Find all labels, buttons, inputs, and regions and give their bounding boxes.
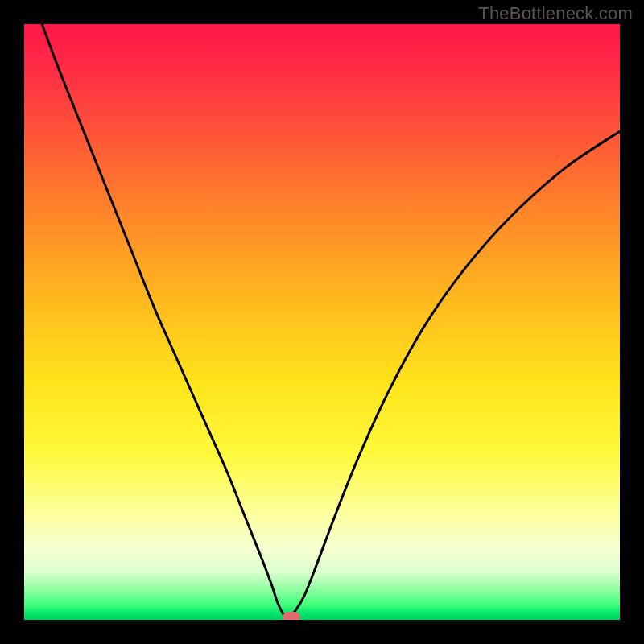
bottleneck-curve [42,24,620,617]
minimum-marker [283,612,300,620]
curve-svg [24,24,620,620]
plot-area [24,24,620,620]
chart-frame: TheBottleneck.com [0,0,644,644]
watermark-text: TheBottleneck.com [478,3,633,24]
